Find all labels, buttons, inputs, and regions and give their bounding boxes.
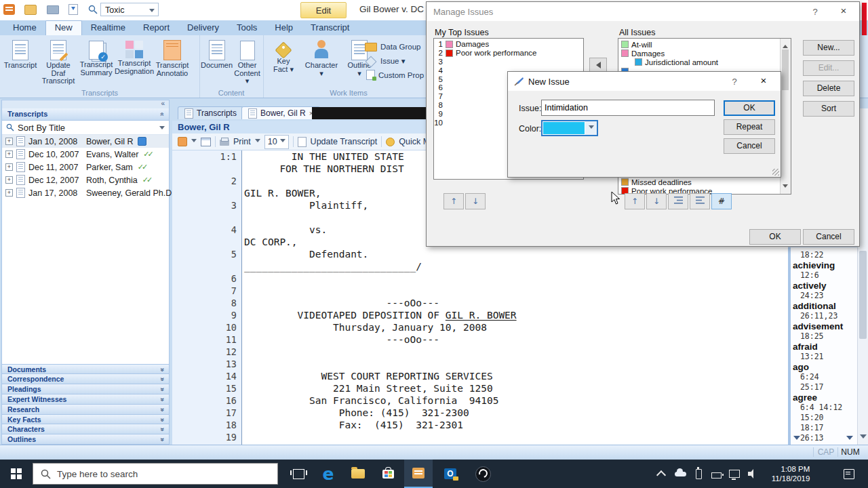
move-down-button[interactable]: ↓ [465,193,486,209]
help-icon[interactable]: ? [728,77,741,87]
sidebar-panel-characters[interactable]: Characters» [2,424,169,434]
window-close-button-sliver[interactable] [862,3,867,35]
word-index-locator[interactable]: 26:11,23 [791,311,857,321]
update-transcript-button[interactable]: Update Transcript [311,137,378,146]
ribbon-tab-realtime[interactable]: Realtime [82,20,134,35]
indent-button[interactable] [668,193,688,209]
volume-tray[interactable] [745,460,762,488]
sidebar-panel-research[interactable]: Research» [2,404,169,414]
color-dropdown[interactable] [541,120,598,136]
resize-grip[interactable] [772,169,779,176]
ribbon-button-data-group[interactable]: Data Group [365,39,433,54]
ribbon-button-annotation[interactable]: Transcript Annotatio [153,37,191,85]
new-issue-ok-button[interactable]: OK [724,100,775,116]
all-issues-scrollbar[interactable] [780,39,791,194]
my-top-issue-row[interactable]: 3 [434,58,583,66]
expand-icon[interactable] [5,163,13,171]
search-icon[interactable] [88,5,98,14]
word-index-locator[interactable]: 25:17 [791,382,857,392]
number-toggle-button[interactable]: # [711,193,732,209]
scrollbar-thumb[interactable] [782,49,789,90]
edge-button[interactable] [313,460,343,488]
quick-search-combo[interactable]: Toxic [100,3,159,16]
manage-cancel-button[interactable]: Cancel [803,229,854,245]
outlook-button[interactable] [435,460,465,488]
monitor-icon[interactable] [47,5,59,14]
transcript-list-item[interactable]: Jan 10, 2008Bower, Gil R [2,135,169,148]
onedrive-tray[interactable] [671,460,689,488]
ribbon-button-other-content[interactable]: Other Content ▾ [233,37,262,85]
ribbon-button-custom-prop[interactable]: Custom Prop [365,68,433,82]
delete-button[interactable]: Delete [803,81,854,96]
sort-by-title-dropdown[interactable]: Sort By Title [2,121,169,135]
word-index-word[interactable]: ago [791,362,857,372]
move-to-top-issues-button[interactable] [589,58,607,73]
ribbon-tab-new[interactable]: New [45,20,82,35]
new-issue-repeat-button[interactable]: Repeat [724,119,775,135]
word-index-word[interactable]: actively [791,281,857,291]
sort-button[interactable]: Sort [803,101,854,117]
word-index-word[interactable]: agree [791,392,857,403]
chevron-down-icon[interactable] [255,139,260,145]
sidebar-collapse-strip[interactable]: « [2,100,169,108]
start-button[interactable] [0,460,33,488]
scroll-down-icon[interactable] [783,184,788,190]
help-icon[interactable]: ? [808,7,822,17]
tab-bower-gil-r[interactable]: Bower, Gil R × [241,106,320,119]
manage-ok-button[interactable]: OK [749,229,801,245]
word-index-word[interactable]: advisement [791,321,857,331]
scrollbar-thumb[interactable] [859,251,867,339]
ribbon-tab-report[interactable]: Report [134,20,178,35]
obs-button[interactable] [468,460,498,488]
scroll-down-icon[interactable] [860,434,867,442]
sidebar-panel-correspondence[interactable]: Correspondence» [2,373,169,384]
layout-icon[interactable] [201,138,211,146]
sidebar-panel-expert-witnesses[interactable]: Expert Witnesses» [2,394,169,404]
printer-icon[interactable] [220,140,229,146]
ribbon-button-document[interactable]: Documen [201,37,233,85]
all-issue-row[interactable]: Jurisdictional amount [618,58,791,66]
word-index-locator[interactable]: 6:24 [791,372,857,382]
word-index-locator[interactable]: 13:21 [791,352,857,362]
my-top-issue-row[interactable]: 2Poor work performance [434,49,583,58]
issue-tag-icon[interactable] [178,137,187,146]
word-index-word[interactable]: achieving [791,260,857,270]
transcripts-panel-header[interactable]: Transcripts» [2,108,169,121]
issue-name-input[interactable] [541,100,715,116]
expand-icon[interactable] [5,138,13,145]
all-issue-row[interactable]: At-will [618,40,791,49]
store-button[interactable] [373,460,403,488]
task-view-button[interactable] [283,460,313,488]
word-index-locator[interactable]: 18:22 [791,250,857,260]
ribbon-button-summary[interactable]: Transcript Summary [77,37,115,85]
tab-transcripts[interactable]: Transcripts [178,106,243,119]
case-notebook-app-button[interactable] [404,460,433,488]
font-size-select[interactable]: 10 [264,135,289,149]
taskbar-search[interactable]: Type here to search [33,463,278,485]
expand-icon[interactable] [5,176,13,184]
all-issue-row[interactable]: Missed deadlines [618,178,791,186]
ribbon-tab-transcript[interactable]: Transcript [302,20,358,35]
sidebar-panel-key-facts[interactable]: Key Facts» [2,414,169,424]
chevron-down-icon[interactable] [191,139,197,145]
action-center-button[interactable] [835,460,863,488]
ribbon-button-issue[interactable]: Issue ▾ [365,54,433,68]
transcript-list-item[interactable]: Dec 11, 2007Parker, Sam [2,161,169,174]
ribbon-tab-delivery[interactable]: Delivery [178,20,228,35]
ribbon-tab-help[interactable]: Help [266,20,302,35]
network-tray[interactable] [726,460,743,488]
scroll-up-icon[interactable] [783,42,788,48]
close-icon[interactable]: × [753,75,774,86]
word-index-locator[interactable]: 18:25 [791,331,857,342]
expand-icon[interactable] [5,150,13,158]
word-index-locator[interactable]: 15:20 [791,413,857,423]
battery-tray[interactable] [708,460,724,488]
edit-mode-badge[interactable]: Edit [300,2,347,18]
transcript-list-item[interactable]: Dec 10, 2007Evans, Walter [2,148,169,161]
word-index-word[interactable]: afraid [791,342,857,352]
word-index-locator[interactable]: 12:6 [791,270,857,281]
all-issue-row[interactable]: Damages [618,49,791,58]
usb-tray[interactable] [690,460,707,488]
word-index-locator[interactable]: 24:23 [791,291,857,301]
my-top-issue-row[interactable]: 1Damages [434,40,583,49]
